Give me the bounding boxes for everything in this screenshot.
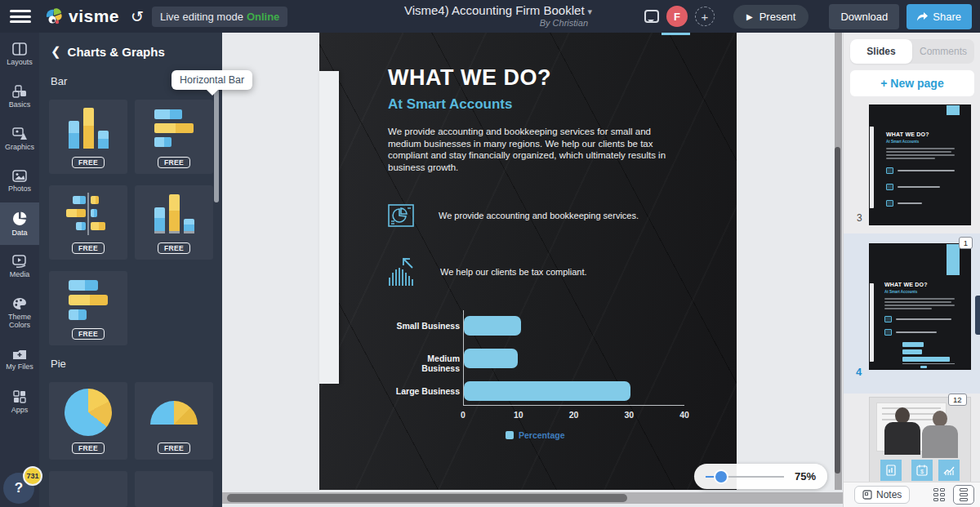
calendar-widget-tile[interactable]: $ [911,460,933,481]
slide-thumbnail-3[interactable]: WHAT WE DO? At Smart Accounts [869,105,971,225]
three-d-vertical-bar-icon [135,185,213,242]
chart-category-label: Large Business [388,386,460,396]
my-files-icon [12,348,27,360]
tab-comments[interactable]: Comments [912,39,974,64]
slide-thumbnail-4[interactable]: WHAT WE DO? At Smart Accounts [869,243,971,370]
canvas-horizontal-scrollbar[interactable] [222,492,843,504]
chart-bar[interactable] [464,316,521,336]
sidebar-item-photos[interactable]: Photos [0,160,39,202]
slide-bullet-1[interactable]: We provide accounting and bookkeeping se… [388,204,639,227]
selected-slide-row: WHAT WE DO? At Smart Accounts 1 4 [844,233,980,394]
legend-swatch-icon [506,431,514,439]
apps-icon [13,390,26,403]
slide-bullet-2[interactable]: We help our clients be tax compliant. [388,258,587,286]
chart-thumb-vertical-bar[interactable]: FREE [49,100,127,174]
share-button[interactable]: Share [906,4,972,29]
online-status: Online [247,11,279,23]
media-icon [12,255,28,268]
notes-icon [862,490,872,500]
list-view-toggle[interactable] [953,485,974,505]
chart-thumb-partial[interactable] [49,471,127,507]
slide-number-3: 3 [857,212,862,224]
left-sidebar: Layouts Basics Graphics Photos Data Medi… [0,33,39,507]
download-button[interactable]: Download [829,4,899,29]
logo-text: visme [69,7,119,26]
document-title-block[interactable]: Visme4) Accounting Firm Booklet▾ By Chri… [351,3,645,28]
chart-thumb-3d-horizontal-bar[interactable]: FREE [49,271,127,345]
photos-icon [12,170,27,182]
theme-colors-icon [12,297,27,310]
sidebar-item-media[interactable]: Media [0,245,39,287]
horizontal-scroll-thumb[interactable] [227,494,627,502]
growth-bars-icon [388,258,416,286]
trend-widget-tile[interactable] [938,460,960,481]
chart-thumb-horizontal-bar[interactable]: FREE [135,100,213,174]
slide-page[interactable]: WHAT WE DO? At Smart Accounts We provide… [319,33,737,490]
help-notification-badge: 731 [23,466,42,486]
grid-view-toggle[interactable] [929,485,950,505]
chart-thumb-3d-vertical-bar[interactable]: FREE [135,185,213,260]
notes-button[interactable]: Notes [854,486,910,504]
sidebar-item-my-files[interactable]: My Files [0,338,39,380]
zoom-slider[interactable] [706,476,784,478]
chart-thumb-half-pie[interactable]: FREE [135,382,213,460]
slide-subheading[interactable]: At Smart Accounts [388,96,512,113]
panel-scroll-indicator[interactable] [975,296,980,335]
slide-badge-12: 12 [948,394,967,406]
chart-plot-area [463,310,684,406]
new-page-button[interactable]: + New page [850,70,974,96]
slide-heading[interactable]: WHAT WE DO? [388,65,551,91]
slides-panel: Slides Comments + New page WHAT WE DO? A… [843,33,980,507]
chart-bar[interactable] [464,381,630,401]
panel-tabs: Slides Comments [850,39,974,64]
sidebar-item-basics[interactable]: Basics [0,75,39,118]
grid-view-icon [933,488,945,501]
sidebar-item-apps[interactable]: Apps [0,380,39,423]
avatar[interactable]: F [666,6,688,27]
pie-document-icon [388,204,414,227]
sidebar-item-data[interactable]: Data [0,202,39,245]
slide-bar-chart[interactable]: Small Business Medium Business Large Bus… [388,310,698,445]
slide-paragraph[interactable]: We provide accounting and bookkeeping se… [388,126,670,173]
chart-legend: Percentage [506,430,565,440]
chart-x-axis-ticks: 0 10 20 30 40 [463,410,684,420]
chart-bar[interactable] [464,349,518,368]
share-arrow-icon [917,12,928,21]
present-button[interactable]: ▶Present [733,5,809,29]
top-bar: visme ↺ Live editing modeOnline Visme4) … [0,0,980,33]
editor-canvas[interactable]: WHAT WE DO? At Smart Accounts We provide… [222,33,843,507]
zoom-slider-handle[interactable] [715,471,727,483]
three-d-horizontal-bar-icon [49,271,127,328]
slides-panel-footer: Notes [844,482,980,507]
half-pie-chart-icon [135,382,213,443]
canvas-vertical-scrollbar[interactable] [835,33,842,490]
diverging-bar-icon [49,185,127,242]
slide-badge-1: 1 [959,237,973,249]
play-icon: ▶ [746,12,753,21]
chart-thumb-diverging-bar[interactable]: FREE [49,185,127,260]
vertical-scroll-thumb[interactable] [835,147,840,474]
document-byline: By Christian [351,18,645,28]
chevron-down-icon[interactable]: ▾ [588,7,593,16]
chart-thumb-pie[interactable]: FREE [49,382,127,460]
comment-icon[interactable] [644,10,659,23]
chart-category-label: Medium Business [388,354,460,373]
menu-icon[interactable] [10,10,31,23]
previous-page-edge [319,71,339,384]
sidebar-item-graphics[interactable]: Graphics [0,118,39,160]
tab-slides[interactable]: Slides [850,39,912,64]
undo-icon[interactable]: ↺ [131,7,144,26]
panel-back-header[interactable]: ❮ Charts & Graphs [51,44,165,59]
visme-logo[interactable]: visme [44,7,119,26]
chart-thumb-partial[interactable] [135,471,213,507]
zoom-control: 75% [694,464,827,489]
bar-doc-icon [885,465,897,476]
chart-widget-tile[interactable] [880,460,902,481]
graphics-icon [12,127,28,140]
chart-category-label: Small Business [388,321,460,331]
calendar-dollar-icon: $ [916,465,928,476]
sidebar-item-theme-colors[interactable]: Theme Colors [0,287,39,338]
add-collaborator-button[interactable]: + [695,7,715,26]
charts-graphs-panel: ❮ Charts & Graphs Bar FREE FREE [39,33,222,507]
sidebar-item-layouts[interactable]: Layouts [0,33,39,75]
